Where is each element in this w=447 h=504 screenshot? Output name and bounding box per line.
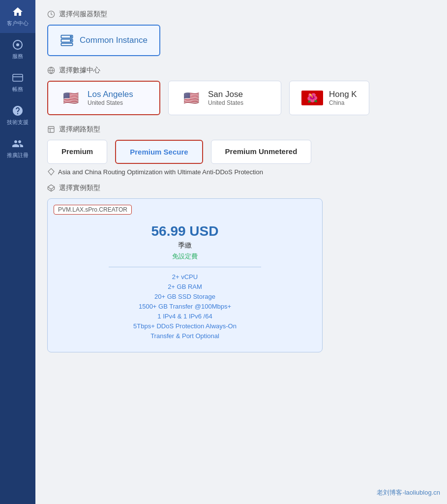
main-content: 選擇伺服器類型 Common Instance 選擇數據中心 🇺🇸 Los An… bbox=[35, 0, 447, 504]
plan-spec-port: Transfer & Port Optional bbox=[58, 332, 312, 340]
plan-spec-storage: 20+ GB SSD Storage bbox=[58, 293, 312, 300]
datacenter-label: 選擇數據中心 bbox=[59, 66, 100, 75]
plan-divider bbox=[109, 267, 262, 267]
lax-country-label: United States bbox=[88, 99, 133, 106]
instance-type-label: 選擇實例類型 bbox=[59, 184, 100, 192]
network-note-text: Asia and China Routing Optimization with… bbox=[58, 168, 263, 176]
svg-rect-1 bbox=[13, 74, 23, 81]
sidebar-label-services: 服務 bbox=[12, 53, 23, 60]
server-type-header: 選擇伺服器類型 bbox=[47, 10, 435, 19]
plan-tag: PVM.LAX.sPro.CREATOR bbox=[54, 205, 132, 215]
network-type-cards: Premium Premium Secure Premium Unmetered bbox=[47, 140, 435, 164]
sjo-country-label: United States bbox=[208, 99, 243, 106]
svg-rect-11 bbox=[48, 126, 54, 132]
sidebar-label-referral: 推廣註冊 bbox=[7, 152, 29, 159]
sidebar-label-billing: 帳務 bbox=[12, 86, 23, 93]
hkg-country-label: China bbox=[329, 99, 357, 106]
network-premium-secure-label: Premium Secure bbox=[130, 148, 188, 156]
sidebar-label-support: 技術支援 bbox=[7, 119, 29, 126]
lax-flag-icon: 🇺🇸 bbox=[60, 91, 82, 105]
network-premium-unmetered-card[interactable]: Premium Unmetered bbox=[211, 140, 312, 164]
hkg-flag-icon: 🌺 bbox=[301, 91, 323, 105]
plan-spec-ddos: 5Tbps+ DDoS Protection Always-On bbox=[58, 322, 312, 330]
plan-spec-vcpu: 2+ vCPU bbox=[58, 273, 312, 281]
server-type-cards: Common Instance bbox=[47, 25, 435, 56]
sidebar-label-home: 客户中心 bbox=[7, 20, 29, 27]
network-type-header: 選擇網路類型 bbox=[47, 125, 435, 134]
server-type-label: 選擇伺服器類型 bbox=[59, 10, 107, 19]
sidebar: 客户中心 服務 帳務 技術支援 推廣註冊 bbox=[0, 0, 35, 504]
hkg-city-label: Hong K bbox=[329, 90, 357, 99]
sidebar-item-support[interactable]: 技術支援 bbox=[0, 99, 35, 132]
sidebar-item-billing[interactable]: 帳務 bbox=[0, 66, 35, 99]
datacenter-sjo-card[interactable]: 🇺🇸 San Jose United States bbox=[168, 81, 281, 115]
datacenter-hkg-card[interactable]: 🌺 Hong K China bbox=[289, 81, 369, 115]
server-icon bbox=[60, 33, 74, 47]
plan-period: 季繳 bbox=[58, 241, 312, 250]
network-premium-card[interactable]: Premium bbox=[47, 140, 107, 164]
common-instance-card[interactable]: Common Instance bbox=[47, 25, 160, 56]
network-type-label: 選擇網路類型 bbox=[59, 125, 100, 134]
sjo-city-label: San Jose bbox=[208, 90, 243, 99]
common-instance-label: Common Instance bbox=[80, 35, 148, 45]
sidebar-item-referral[interactable]: 推廣註冊 bbox=[0, 132, 35, 165]
sidebar-item-services[interactable]: 服務 bbox=[0, 33, 35, 66]
network-premium-unmetered-label: Premium Unmetered bbox=[225, 147, 298, 156]
watermark: 老刘博客-laoliublog.cn bbox=[377, 488, 440, 497]
sidebar-item-home[interactable]: 客户中心 bbox=[0, 0, 35, 33]
plan-card[interactable]: PVM.LAX.sPro.CREATOR 56.99 USD 季繳 免設定費 2… bbox=[47, 198, 323, 352]
network-premium-secure-card[interactable]: Premium Secure bbox=[115, 140, 203, 164]
diamond-icon bbox=[47, 168, 55, 176]
svg-point-8 bbox=[70, 40, 71, 41]
sjo-flag-icon: 🇺🇸 bbox=[180, 91, 202, 105]
svg-rect-6 bbox=[61, 43, 72, 46]
datacenter-cards: 🇺🇸 Los Angeles United States 🇺🇸 San Jose… bbox=[47, 81, 435, 115]
datacenter-lax-card[interactable]: 🇺🇸 Los Angeles United States bbox=[47, 81, 160, 115]
plan-price: 56.99 USD bbox=[58, 223, 312, 239]
plan-spec-transfer: 1500+ GB Transfer @100Mbps+ bbox=[58, 303, 312, 310]
network-premium-label: Premium bbox=[61, 147, 93, 156]
instance-type-header: 選擇實例類型 bbox=[47, 184, 435, 192]
datacenter-header: 選擇數據中心 bbox=[47, 66, 435, 75]
plan-spec-ip: 1 IPv4 & 1 IPv6 /64 bbox=[58, 313, 312, 320]
plan-free-setup: 免設定費 bbox=[58, 252, 312, 261]
svg-point-7 bbox=[70, 36, 71, 37]
plan-spec-ram: 2+ GB RAM bbox=[58, 283, 312, 290]
svg-point-0 bbox=[16, 43, 19, 46]
network-note: Asia and China Routing Optimization with… bbox=[47, 168, 435, 176]
lax-city-label: Los Angeles bbox=[88, 90, 133, 99]
